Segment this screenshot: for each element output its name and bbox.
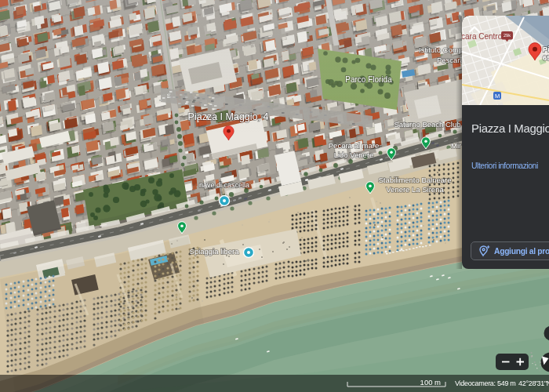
svg-text:Aggiungi al proge: Aggiungi al proge — [494, 247, 549, 256]
svg-text:Parco Florida: Parco Florida — [345, 75, 392, 84]
svg-text:Spiaggia libera: Spiaggia libera — [190, 247, 240, 256]
svg-text:Venere La Sirena: Venere La Sirena — [386, 185, 444, 194]
svg-text:cara Centro: cara Centro — [461, 32, 503, 41]
svg-text:Ulteriori informazioni: Ulteriori informazioni — [471, 162, 538, 170]
svg-text:Piazza I Maggio, 4: Piazza I Maggio, 4 — [188, 111, 269, 122]
svg-text:42°28'31"N: 42°28'31"N — [518, 379, 549, 387]
svg-text:Pecora al mare: Pecora al mare — [329, 141, 379, 150]
svg-text:29k: 29k — [504, 33, 511, 38]
svg-text:Saturno Beach Club: Saturno Beach Club — [394, 120, 460, 129]
svg-text:Pi: Pi — [543, 45, 549, 53]
svg-text:Videocamera: 549 m: Videocamera: 549 m — [455, 379, 515, 387]
svg-text:65: 65 — [543, 53, 549, 62]
svg-text:Piazza I Maggio,: Piazza I Maggio, — [471, 122, 549, 135]
svg-text:100 m: 100 m — [420, 378, 441, 387]
svg-text:nave di cascella: nave di cascella — [199, 181, 249, 189]
svg-text:Lido Venere: Lido Venere — [334, 151, 374, 159]
svg-text:M: M — [495, 93, 500, 100]
svg-text:Stabilimento Balneare: Stabilimento Balneare — [379, 176, 452, 184]
